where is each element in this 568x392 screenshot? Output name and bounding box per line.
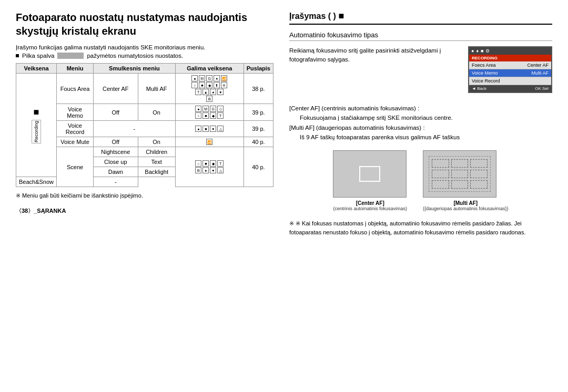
exp-line-2: Fokusuojama į stačiakampę sritį SKE moni… [289, 113, 552, 122]
menu-value-2: Multi AF [531, 70, 549, 76]
th-meniu: Meniu [57, 64, 94, 74]
icon-cam2: ⚙ [206, 96, 212, 102]
menu-table: Veiksena Meniu Smulkesnis meniu Galima v… [16, 63, 273, 187]
galima-voice-mute: 📶 [175, 137, 244, 147]
sc1: ○ [195, 160, 201, 167]
multi-af-dots [429, 156, 491, 192]
final-note-text: ※ Kai fokusas nustatomas į objektą, auto… [289, 220, 525, 236]
bullet-icon [16, 54, 19, 57]
th-veiksena: Veiksena [16, 64, 57, 74]
vr3: ♥ [210, 126, 216, 132]
recording-label: Recording [32, 120, 41, 143]
smulk-on-2: On [138, 137, 175, 147]
th-puslapis: Puslapis [244, 64, 273, 74]
camera-menu-mockup: ● ♦ ■ ⚙ RECORDING Foecs Area Center AF V… [468, 46, 552, 93]
dot-9 [470, 180, 488, 189]
menu-icon-cfg: ⚙ [485, 48, 490, 54]
galima-foucs: ● M G ♦ 📶 ○ ■ ◆ ⬆ ✡ [175, 74, 244, 104]
meniu-foucs: Foucs Area [57, 74, 94, 104]
dot-3 [470, 159, 488, 168]
scene-dawn: Dawn [94, 167, 138, 177]
ico3: G [210, 106, 216, 112]
multi-af-sublabel: ({daugeriopas automatinis fokusavimas}) [423, 206, 509, 211]
sc5: ⚙ [195, 167, 201, 173]
smulk-off-1: Off [94, 104, 138, 121]
galima-scene: ○ ■ ◆ T ⚙ ♠ ♥ △ [175, 147, 244, 187]
af-images-block: [Center AF] (centrinis automatinis fokus… [289, 150, 552, 211]
sc4: T [217, 160, 224, 167]
scene-children: Children [138, 147, 175, 157]
vr1: ● [195, 126, 201, 132]
icon-g2: ♠ [210, 89, 216, 95]
icon-g: G [206, 75, 212, 81]
ico5: ○ [195, 112, 201, 119]
left-column: Fotoaparato nuostatų nustatymas naudojan… [16, 11, 273, 238]
dot-8 [451, 180, 469, 189]
vr4: △ [217, 126, 224, 132]
smulk-multi-af: Multi AF [138, 74, 175, 104]
puslapis-voice-memo: 39 p. [244, 104, 273, 121]
multi-af-label: [Multi AF] [423, 200, 509, 206]
icon-s: ✡ [221, 82, 227, 88]
icon-m: M [199, 75, 205, 81]
multi-af-block: [Multi AF] ({daugeriopas automatinis fok… [423, 150, 509, 211]
exp-line-4: Iš 9 AF taškų fotoaparatas parenka visus… [289, 132, 552, 142]
dot-7 [432, 180, 449, 189]
menu-label-3: Voice Record [472, 78, 500, 84]
center-af-image [333, 150, 407, 198]
dot-6 [470, 170, 488, 178]
icon-l: ♦ [214, 75, 220, 81]
dot-2 [451, 159, 469, 168]
vm1: 📶 [206, 139, 212, 145]
dot-5 [451, 170, 469, 178]
meniu-voice-mute: Voice Mute [57, 137, 94, 147]
center-af-block: [Center AF] (centrinis automatinis fokus… [333, 150, 407, 211]
scene-text: Text [138, 157, 175, 167]
smulk-voice-record: - [94, 121, 176, 137]
default-label: Pilka spalva [22, 53, 54, 59]
menu-ok: OK Set [535, 86, 549, 91]
sc6: ♠ [202, 167, 209, 173]
camera-icon: ■ [34, 107, 39, 118]
smulk-off-2: Off [94, 137, 138, 147]
page-title: Fotoaparato nuostatų nustatymas naudojan… [16, 11, 273, 38]
explanation-block: [Center AF] (centrinis automatinis fokus… [289, 104, 552, 142]
ico4: ◇ [217, 106, 224, 112]
meniu-voice-memo: Voice Memo [57, 104, 94, 121]
menu-label-2: Voice Memo [472, 70, 498, 76]
scene-backlight: Backlight [138, 167, 175, 177]
th-galima: Galima veiksena [175, 64, 244, 74]
sc2: ■ [202, 160, 209, 167]
veiksena-cell: ■ Recording [16, 74, 57, 177]
menu-value-1: Center AF [527, 63, 549, 68]
dot-4 [432, 170, 449, 178]
menu-icon-cam: ● [471, 48, 474, 54]
smulk-on-1: On [138, 104, 175, 121]
menu-icon-vid: ■ [481, 48, 483, 54]
icon-w: ◆ [206, 82, 212, 88]
exp-line-1: [Center AF] (centrinis automatinis fokus… [289, 104, 552, 113]
puslapis-voice-mute: 40 p. [244, 137, 273, 147]
ico8: T [217, 112, 224, 119]
scene-closeup: Close up [94, 157, 138, 167]
galima-voice-memo: ● M G ◇ ○ ■ ◆ T [175, 104, 244, 121]
ico1: ● [195, 106, 201, 112]
menu-icon-spk: ♦ [476, 48, 479, 54]
icon-t2: T [195, 89, 201, 95]
intro-text: Įrašymo funkcijas galima nustatyti naudo… [16, 44, 273, 50]
center-af-rect [359, 166, 380, 182]
exp-line-3: [Multi AF] (daugeriopas automatinis foku… [289, 123, 552, 132]
puslapis-foucs: 38 p. [244, 74, 273, 104]
dot-1 [432, 159, 449, 168]
menu-topbar: ● ♦ ■ ⚙ [469, 47, 551, 55]
camera-section-icon: ■ [338, 11, 344, 21]
ico2: M [202, 106, 209, 112]
ico7: ◆ [210, 112, 216, 119]
menu-row-1: Foecs Area Center AF [469, 61, 551, 69]
ico6: ■ [202, 112, 209, 119]
center-af-sublabel: (centrinis automatinis fokusavimas) [333, 206, 407, 211]
icon-e: ■ [199, 82, 205, 88]
menu-title: RECORDING [469, 55, 551, 61]
icon-f: 📶 [221, 75, 227, 81]
scene-dash: - [94, 177, 138, 187]
